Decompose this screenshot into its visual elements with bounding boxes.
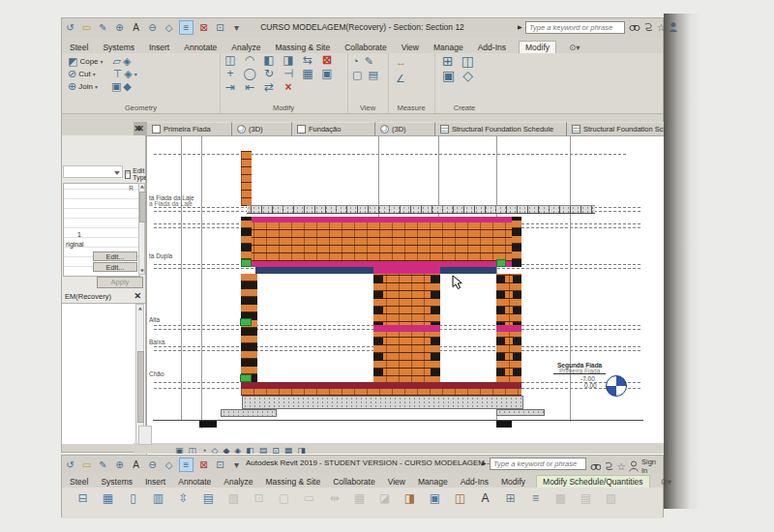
properties-icon[interactable]: ⊟ [75,490,90,505]
trim-icon[interactable]: ⊣ [282,69,295,79]
insert-row-icon[interactable]: ▭ [302,490,316,505]
tab-insert[interactable]: Insert [143,476,167,488]
tab-manage[interactable]: Manage [416,476,450,488]
unpin-icon[interactable]: ⇤ [243,82,256,93]
tab-analyze[interactable]: Analyze [222,476,254,488]
undo-icon[interactable]: ↺ [64,21,76,34]
insert-column-icon[interactable]: ▯ [126,490,140,505]
search-input[interactable] [525,21,625,34]
tab-steel[interactable]: Steel [68,476,90,488]
text-tool-icon[interactable]: A [130,21,142,34]
reset-format-icon[interactable]: ◫ [453,490,467,505]
search-binoculars-icon[interactable] [590,460,601,472]
section-icon[interactable]: ⊖ [146,458,159,471]
font-icon[interactable]: A [478,490,492,505]
pin-icon[interactable]: ⇥ [223,82,237,93]
demolish-icon[interactable]: ◈ [124,69,132,79]
tab-collaborate[interactable]: Collaborate [331,476,376,488]
move-icon[interactable]: + [223,69,237,79]
browser-scrollbar-stub[interactable] [138,426,152,445]
split-icon[interactable]: ⇆ [301,55,314,66]
zoom-icon[interactable]: ⊕ [113,21,126,34]
undo-icon[interactable]: ↺ [64,458,76,471]
subscription-icon[interactable] [604,460,613,472]
viewtab-3d-2[interactable]: (3D) [375,122,435,135]
parameter-grid[interactable]: R 1 riginal Edit... Edit... [63,183,140,277]
align-vertical-icon[interactable]: ≡ [528,490,543,505]
search-history-icon[interactable]: ▶ [518,23,522,30]
viewtab-3d-1[interactable]: (3D) [232,122,292,135]
thin-lines-icon[interactable]: ◇ [163,21,175,34]
legend-component-icon[interactable]: ⊞ [442,56,454,67]
array-icon[interactable]: ▦ [301,69,314,79]
close-hidden-icon[interactable]: ⊠ [197,21,210,34]
viewtab-schedule-1[interactable]: Structural Foundation Schedule [435,122,567,135]
wall-joins-icon[interactable]: ⊤ [113,69,123,79]
signin-person-icon[interactable] [629,460,639,472]
join-caret-icon[interactable]: ▾ [95,83,98,90]
project-browser-close-icon[interactable]: ✕ [134,292,141,301]
create-group-icon[interactable]: ◫ [461,56,474,67]
lightbulb-icon[interactable]: ◔ [352,56,359,67]
visibility-list-icon[interactable]: ≡ [179,20,194,35]
insert-image-icon[interactable]: ⊡ [252,490,266,505]
visibility-list-icon[interactable]: ≡ [179,458,194,472]
tab-insert[interactable]: Insert [147,42,171,53]
cope-button[interactable]: Cope [79,57,98,66]
tab-collaborate[interactable]: Collaborate [342,42,388,53]
zoom-icon[interactable]: ⊕ [113,458,126,471]
tab-annotate[interactable]: Annotate [182,42,219,53]
resize-column-icon[interactable]: ⇳ [176,490,191,505]
steelplate-icon[interactable]: ▤ [368,70,377,80]
tab-view[interactable]: View [400,42,421,53]
apply-button[interactable]: Apply [97,277,143,288]
create-assembly-icon[interactable]: ▣ [442,71,455,81]
clear-cell-icon[interactable]: ▢ [277,490,291,505]
cutprofile-icon[interactable]: ▢ [352,70,362,80]
hammer-icon[interactable]: ◆ [123,81,131,92]
switch-windows-icon[interactable]: ⊡ [214,21,226,34]
linework-icon[interactable]: ✎ [365,56,373,67]
text-tool-icon[interactable]: A [130,458,142,471]
mirror-draw-icon[interactable]: ◨ [282,55,295,66]
swap-icon[interactable]: ⇄ [262,82,276,93]
cut-button[interactable]: Cut [78,70,90,78]
search-history-icon[interactable]: ▶ [482,459,487,466]
delete-icon[interactable]: ⊠ [320,55,334,66]
join-button[interactable]: Join [78,82,93,91]
tab-massing-site[interactable]: Massing & Site [264,476,323,488]
tab-addins[interactable]: Add-Ins [459,476,491,488]
paste-icon[interactable]: ▱ [113,56,121,67]
edit-button-1[interactable]: Edit... [93,251,137,261]
tab-systems[interactable]: Systems [101,42,136,53]
tab-annotate[interactable]: Annotate [176,476,213,488]
line-tool-icon[interactable]: ✎ [97,21,109,34]
freeze-header-icon[interactable]: ▤ [579,490,593,505]
group-headers-icon[interactable]: ◪ [377,490,392,505]
create-parts-icon[interactable]: ◇ [462,71,473,81]
delete2-icon[interactable]: × [282,82,295,93]
search-binoculars-icon[interactable] [629,21,640,33]
search-input-2[interactable] [490,458,586,470]
section-icon[interactable]: ⊖ [146,21,159,34]
align-icon[interactable]: ◫ [223,55,237,66]
tab-modify[interactable]: Modify [499,476,527,488]
format-unit-icon[interactable]: ▨ [604,490,618,505]
project-browser-tree[interactable] [62,303,145,444]
subscription-icon[interactable] [643,21,654,33]
viewtab-schedule-2[interactable]: Structural Foundation Schedule [567,122,665,135]
tab-modify-schedule-active[interactable]: Modify Schedule/Quantities [536,475,649,488]
wall-tool-icon[interactable]: ▭ [80,458,93,471]
scale-icon[interactable]: ▣ [320,69,334,79]
favorites-star-icon[interactable]: ☆ [617,461,626,472]
switch-windows-icon[interactable]: ⊡ [214,458,226,471]
line-tool-icon[interactable]: ✎ [97,458,109,471]
drawing-area[interactable]: ta Fiada da Laje a Fiada da Laje ta Dupl… [146,135,666,455]
borders-icon[interactable]: ▣ [428,490,442,505]
delete-column-icon[interactable]: ▥ [151,490,165,505]
cut-caret-icon[interactable]: ▾ [93,71,96,77]
properties-close-icon[interactable]: ✕ [134,125,141,133]
resize-row-icon[interactable]: ⇹ [327,490,342,505]
highlight-in-model-icon[interactable]: ▩ [553,490,568,505]
wall-tool-icon[interactable]: ▭ [80,21,93,34]
